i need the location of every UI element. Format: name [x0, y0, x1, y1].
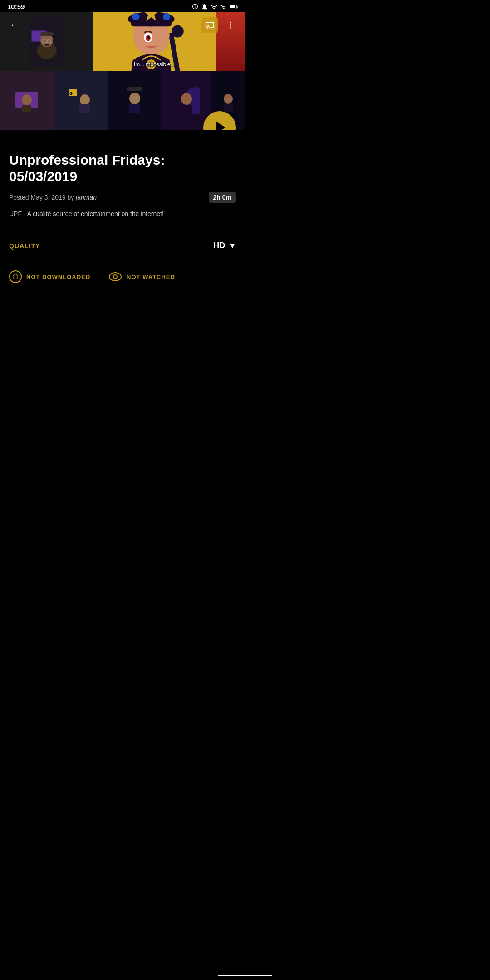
play-icon [216, 121, 225, 130]
top-bar-overlay: ← [0, 12, 245, 38]
duration-badge: 2h 0m [209, 192, 236, 203]
action-buttons: NOT DOWNLOADED NOT WATCHED [9, 266, 236, 287]
video-title: Unprofessional Fridays: 05/03/2019 [9, 152, 236, 185]
svg-point-32 [22, 94, 32, 105]
svg-point-14 [44, 44, 49, 46]
cast-button[interactable] [201, 17, 218, 33]
svg-rect-42 [129, 104, 140, 113]
eye-outline-icon [108, 270, 122, 284]
not-watched-button[interactable]: NOT WATCHED [108, 270, 175, 284]
thumb-person-bottom-1 [0, 71, 54, 130]
posted-info: Posted May 3, 2019 by janman [9, 194, 97, 201]
download-icon [9, 270, 22, 283]
meta-row: Posted May 3, 2019 by janman 2h 0m [9, 192, 236, 203]
svg-point-54 [109, 273, 121, 281]
person-bottom-5 [219, 87, 237, 114]
svg-rect-41 [127, 87, 142, 91]
person-bottom-3 [121, 87, 148, 114]
status-icons [191, 3, 238, 10]
divider-2 [9, 255, 236, 255]
top-right-icons [201, 17, 239, 33]
person-bottom-2: GI [68, 87, 95, 114]
status-time: 10:59 [7, 3, 24, 10]
thumb-person-bottom-4 [162, 71, 211, 130]
quality-selector[interactable]: HD ▼ [213, 241, 236, 250]
quality-label: QUALITY [9, 242, 40, 250]
svg-rect-48 [181, 105, 192, 113]
battery-icon [230, 4, 238, 10]
alarm-icon [191, 3, 199, 10]
svg-rect-2 [230, 5, 235, 8]
not-watched-label: NOT WATCHED [127, 274, 175, 280]
circle-icon [12, 274, 19, 280]
notifications-off-icon [201, 3, 208, 10]
back-arrow-icon: ← [10, 19, 20, 31]
thumb-person-bottom-2: GI [54, 71, 108, 130]
subtitle-text: Im... mpossible... [134, 61, 175, 68]
svg-point-47 [181, 93, 192, 105]
more-icon [225, 20, 235, 30]
svg-point-55 [113, 275, 117, 279]
content-area: Unprofessional Fridays: 05/03/2019 Poste… [0, 130, 245, 296]
svg-rect-38 [79, 104, 90, 113]
cast-icon [205, 20, 214, 29]
svg-rect-3 [237, 5, 238, 8]
divider-1 [9, 227, 236, 227]
signal-icon [220, 3, 227, 10]
thumb-person-bottom-3 [108, 71, 162, 130]
person-bottom-4 [173, 87, 200, 114]
thumbnail-container: Im... mpossible... GI [0, 12, 245, 130]
svg-text:GI: GI [69, 91, 74, 96]
quality-value: HD [213, 241, 225, 250]
back-button[interactable]: ← [6, 17, 23, 33]
svg-rect-33 [22, 105, 31, 112]
not-downloaded-button[interactable]: NOT DOWNLOADED [9, 270, 90, 283]
svg-rect-51 [224, 104, 233, 112]
quality-row: QUALITY HD ▼ [9, 236, 236, 255]
person-bottom-1 [13, 87, 40, 114]
more-options-button[interactable] [222, 17, 239, 33]
dropdown-arrow-icon: ▼ [229, 242, 236, 250]
wifi-icon [211, 3, 218, 10]
status-bar: 10:59 [0, 0, 245, 12]
not-downloaded-label: NOT DOWNLOADED [26, 274, 90, 280]
description: UPF - A cualité source of entertainment … [9, 209, 236, 219]
svg-point-37 [80, 94, 90, 105]
eye-icon-svg [108, 272, 122, 282]
